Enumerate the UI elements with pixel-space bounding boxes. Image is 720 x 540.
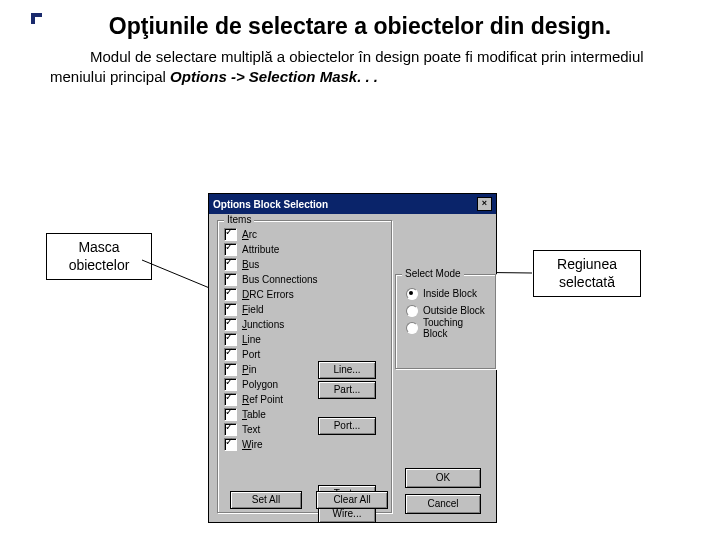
radio[interactable] — [406, 305, 418, 317]
checkbox[interactable] — [224, 288, 237, 301]
items-group: Items ArcAttributeBusBus ConnectionsDRC … — [217, 220, 393, 514]
checkbox-row: Attribute — [224, 242, 386, 257]
radio[interactable] — [406, 322, 418, 334]
checkbox-label: Field — [242, 304, 264, 315]
checkbox-label: Line — [242, 334, 261, 345]
checkbox-label: Table — [242, 409, 266, 420]
checkbox-label: Bus — [242, 259, 259, 270]
para-menu-path: Options -> Selection Mask. . . — [170, 68, 378, 85]
select-mode-group: Select Mode Inside BlockOutside BlockTou… — [395, 274, 497, 370]
checkbox[interactable] — [224, 258, 237, 271]
radio-label: Outside Block — [423, 305, 485, 316]
checkbox-label: Junctions — [242, 319, 284, 330]
checkbox-row: Port — [224, 347, 386, 362]
items-group-label: Items — [224, 214, 254, 225]
dialog-title: Options Block Selection — [213, 199, 328, 210]
radio[interactable] — [406, 288, 418, 300]
part-button[interactable]: Part... — [318, 381, 376, 399]
checkbox[interactable] — [224, 318, 237, 331]
checkbox-label: Port — [242, 349, 260, 360]
checkbox-label: Ref Point — [242, 394, 283, 405]
checkbox-row: Field — [224, 302, 386, 317]
checkbox[interactable] — [224, 273, 237, 286]
checkbox-label: Arc — [242, 229, 257, 240]
radio-label: Inside Block — [423, 288, 477, 299]
checkbox[interactable] — [224, 348, 237, 361]
checkbox-row: Bus — [224, 257, 386, 272]
clear-all-button[interactable]: Clear All — [316, 491, 388, 509]
callout-mask: Masca obiectelor — [46, 233, 152, 280]
radio-row: Touching Block — [402, 319, 490, 336]
checkbox-label: Text — [242, 424, 260, 435]
radio-label: Touching Block — [423, 317, 490, 339]
checkbox-row: Arc — [224, 227, 386, 242]
checkbox-row: DRC Errors — [224, 287, 386, 302]
checkbox-label: Pin — [242, 364, 256, 375]
checkbox-row: Bus Connections — [224, 272, 386, 287]
checkbox-label: DRC Errors — [242, 289, 294, 300]
slide-bullet — [28, 10, 42, 24]
checkbox[interactable] — [224, 408, 237, 421]
cancel-button[interactable]: Cancel — [405, 494, 481, 514]
intro-paragraph: Modul de selectare multiplă a obiectelor… — [50, 47, 670, 88]
checkbox[interactable] — [224, 393, 237, 406]
checkbox-row: Line — [224, 332, 386, 347]
port-button[interactable]: Port... — [318, 417, 376, 435]
mode-group-label: Select Mode — [402, 268, 464, 279]
checkbox-label: Attribute — [242, 244, 279, 255]
checkbox[interactable] — [224, 423, 237, 436]
set-all-button[interactable]: Set All — [230, 491, 302, 509]
checkbox[interactable] — [224, 228, 237, 241]
checkbox-label: Bus Connections — [242, 274, 318, 285]
radio-row: Inside Block — [402, 285, 490, 302]
close-icon[interactable]: × — [477, 197, 492, 211]
ok-button[interactable]: OK — [405, 468, 481, 488]
checkbox[interactable] — [224, 378, 237, 391]
line-button[interactable]: Line... — [318, 361, 376, 379]
checkbox-label: Wire — [242, 439, 263, 450]
checkbox[interactable] — [224, 438, 237, 451]
checkbox-row: Junctions — [224, 317, 386, 332]
checkbox-label: Polygon — [242, 379, 278, 390]
checkbox[interactable] — [224, 243, 237, 256]
dialog-titlebar: Options Block Selection × — [209, 194, 496, 214]
dialog-options-block-selection: Options Block Selection × Items ArcAttri… — [208, 193, 497, 523]
checkbox[interactable] — [224, 303, 237, 316]
callout-region: Regiunea selectată — [533, 250, 641, 297]
page-title: Opţiunile de selectare a obiectelor din … — [60, 12, 660, 41]
checkbox[interactable] — [224, 363, 237, 376]
checkbox[interactable] — [224, 333, 237, 346]
